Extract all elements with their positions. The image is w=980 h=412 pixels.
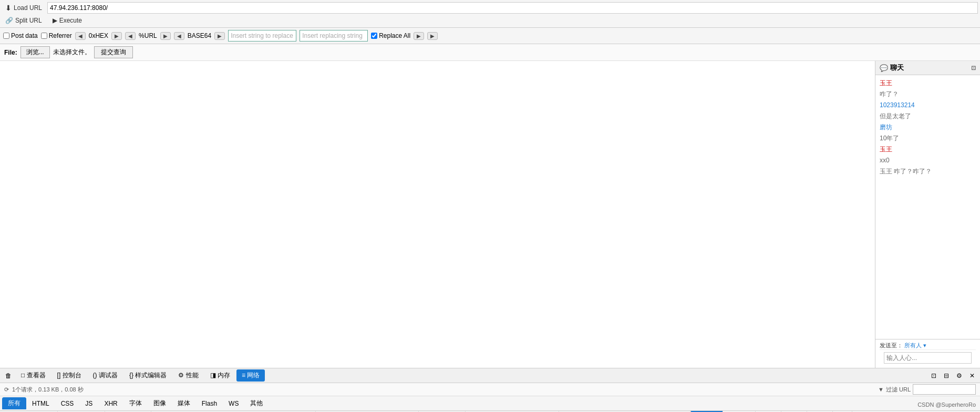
devtools-split-icon[interactable]: ⊟ <box>941 370 952 381</box>
hex-right-arrow[interactable]: ▶ <box>111 32 122 40</box>
chat-icon: 💬 <box>880 64 888 72</box>
tab-other[interactable]: 其他 <box>244 397 269 409</box>
perf-icon: ⚙ <box>178 372 184 379</box>
replace-all-checkbox[interactable] <box>371 33 377 39</box>
top-toolbar: ⬇ Load URL 🔗 Split URL ▶ Execute <box>0 0 980 28</box>
chat-title: 聊天 <box>890 63 904 73</box>
chat-input[interactable] <box>884 352 972 364</box>
devtools-close-icon[interactable]: ✕ <box>966 370 978 381</box>
url-input[interactable] <box>47 2 978 14</box>
hex-label: 0xHEX <box>89 32 108 39</box>
chat-panel: 💬 聊天 ⊡ 玉王 咋了？ 1023913214 但是太老了 磨坊 10年了 玉… <box>875 61 980 368</box>
base64-left-arrow[interactable]: ◀ <box>174 32 184 40</box>
file-label: File: <box>4 49 17 56</box>
post-data-text: Post data <box>11 32 38 39</box>
watermark: CSDN @SuperheroRo <box>917 401 976 408</box>
tab-media[interactable]: 媒体 <box>172 397 196 409</box>
chat-msg-8: xx0 <box>880 156 976 165</box>
devtools-layout-icon[interactable]: ⊡ <box>928 370 940 381</box>
tab-flash[interactable]: Flash <box>196 398 223 409</box>
load-url-row: ⬇ Load URL <box>0 1 980 15</box>
tab-html[interactable]: HTML <box>26 398 55 409</box>
chat-footer: 发送至： 所有人 ▾ <box>875 339 980 368</box>
devtools-toolbar: 🗑 □ 查看器 [] 控制台 () 调试器 {} 样式编辑器 ⚙ 性能 ◨ 内存… <box>0 368 980 383</box>
tab-image[interactable]: 图像 <box>148 397 172 409</box>
filter-icon: ▼ <box>878 386 884 393</box>
load-url-label: Load URL <box>14 4 42 12</box>
submit-button[interactable]: 提交查询 <box>94 46 133 58</box>
tab-font[interactable]: 字体 <box>123 397 148 409</box>
post-data-checkbox[interactable] <box>3 33 9 39</box>
replace-all-label[interactable]: Replace All <box>371 32 410 39</box>
no-file-text: 未选择文件。 <box>53 48 91 57</box>
network-summary-bar: ⟳ 1个请求，0.13 KB，0.08 秒 ▼ 过滤 URL <box>0 383 980 396</box>
devtools: 🗑 □ 查看器 [] 控制台 () 调试器 {} 样式编辑器 ⚙ 性能 ◨ 内存… <box>0 368 980 412</box>
devtools-console-tab[interactable]: [] 控制台 <box>52 369 87 382</box>
send-to-label: 发送至： <box>880 342 903 349</box>
summary-text: 1个请求，0.13 KB，0.08 秒 <box>12 386 84 394</box>
chat-msg-4: 但是太老了 <box>880 111 976 121</box>
chat-msg-7: 玉王 <box>880 145 976 154</box>
refresh-icon[interactable]: ⟳ <box>4 386 9 393</box>
replace-all-text: Replace All <box>379 32 410 39</box>
viewer-icon: □ <box>21 372 25 379</box>
extra-arrow[interactable]: ▶ <box>427 32 438 40</box>
chat-body: 玉王 咋了？ 1023913214 但是太老了 磨坊 10年了 玉王 xx0 玉… <box>875 75 980 339</box>
tab-css[interactable]: CSS <box>55 398 80 409</box>
url-right-arrow[interactable]: ▶ <box>160 32 171 40</box>
hex-left-arrow[interactable]: ◀ <box>75 32 86 40</box>
devtools-network-tab[interactable]: ≡ 网络 <box>236 369 265 382</box>
filter-bar: Post data Referrer ◀ 0xHEX ▶ ◀ %URL ▶ ◀ … <box>0 28 980 44</box>
content-area <box>0 61 875 368</box>
split-url-label: Split URL <box>15 17 42 24</box>
chat-msg-9: 玉王 咋了？咋了？ <box>880 167 976 176</box>
url-label: %URL <box>139 32 157 39</box>
send-to-all-link[interactable]: 所有人 <box>904 342 922 349</box>
split-url-row: 🔗 Split URL ▶ Execute <box>0 15 980 26</box>
send-to: 发送至： 所有人 ▾ <box>880 342 976 349</box>
browse-button[interactable]: 浏览... <box>20 46 50 58</box>
main-area: 💬 聊天 ⊡ 玉王 咋了？ 1023913214 但是太老了 磨坊 10年了 玉… <box>0 61 980 368</box>
url-left-arrow[interactable]: ◀ <box>125 32 136 40</box>
referrer-checkbox[interactable] <box>41 33 47 39</box>
devtools-debugger-tab[interactable]: () 调试器 <box>88 369 123 382</box>
post-data-label[interactable]: Post data <box>3 32 38 39</box>
chat-header: 💬 聊天 ⊡ <box>875 61 980 75</box>
tab-xhr[interactable]: XHR <box>98 398 123 409</box>
devtools-perf-tab[interactable]: ⚙ 性能 <box>173 369 203 382</box>
filter-url-input[interactable] <box>913 384 976 395</box>
base64-right-arrow[interactable]: ▶ <box>214 32 225 40</box>
split-url-button[interactable]: 🔗 Split URL <box>2 16 45 25</box>
insert-replacing-input[interactable] <box>300 30 368 42</box>
replace-arrow[interactable]: ▶ <box>414 32 424 40</box>
chat-msg-2: 咋了？ <box>880 89 976 99</box>
chat-msg-1: 玉王 <box>880 78 976 88</box>
devtools-viewer-tab[interactable]: □ 查看器 <box>16 369 51 382</box>
memory-icon: ◨ <box>210 372 216 379</box>
debugger-icon: () <box>93 372 97 379</box>
filter-url-label: 过滤 URL <box>886 386 911 394</box>
tab-ws[interactable]: WS <box>223 398 244 409</box>
chat-msg-5: 磨坊 <box>880 122 976 132</box>
style-icon: {} <box>129 372 133 379</box>
devtools-settings-icon[interactable]: ⚙ <box>953 370 965 381</box>
referrer-label[interactable]: Referrer <box>41 32 72 39</box>
filter-tabs: 所有 HTML CSS JS XHR 字体 图像 媒体 Flash WS 其他 <box>0 396 980 411</box>
chat-msg-6: 10年了 <box>880 133 976 143</box>
base64-label: BASE64 <box>188 32 211 39</box>
tab-js[interactable]: JS <box>79 398 98 409</box>
devtools-trash-icon[interactable]: 🗑 <box>2 370 15 381</box>
devtools-style-tab[interactable]: {} 样式编辑器 <box>124 369 172 382</box>
file-row: File: 浏览... 未选择文件。 提交查询 <box>0 44 980 61</box>
execute-button[interactable]: ▶ Execute <box>49 16 85 25</box>
insert-replace-input[interactable] <box>228 30 296 42</box>
console-icon: [] <box>57 372 61 379</box>
devtools-memory-tab[interactable]: ◨ 内存 <box>205 369 235 382</box>
execute-label: Execute <box>59 17 82 24</box>
chat-msg-3: 1023913214 <box>880 100 976 110</box>
chat-expand-icon[interactable]: ⊡ <box>971 65 976 71</box>
tab-all[interactable]: 所有 <box>2 397 26 409</box>
load-icon: ⬇ <box>5 4 12 12</box>
load-url-button[interactable]: ⬇ Load URL <box>2 3 45 13</box>
split-icon: 🔗 <box>5 17 13 24</box>
